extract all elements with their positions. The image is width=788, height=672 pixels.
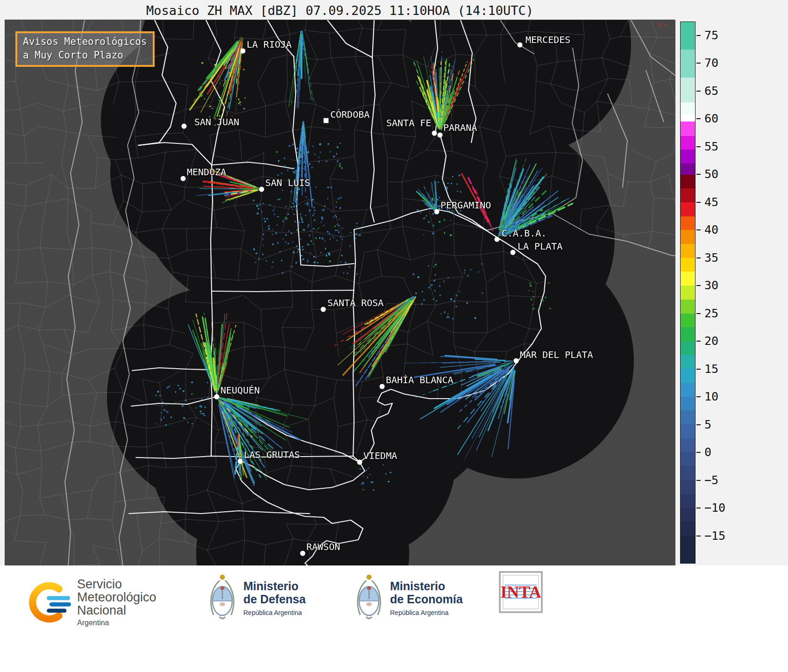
smn-logo-block: Servicio Meteorológico Nacional Argentin… (26, 578, 156, 627)
smn-name-line: Servicio (77, 578, 156, 591)
colorbar-tick-label: 65 (704, 84, 718, 98)
colorbar-tick-label: 50 (704, 167, 718, 181)
colorbar-tick-mark (696, 202, 701, 203)
colorbar-tick-mark (696, 63, 701, 64)
colorbar-tick-mark (696, 452, 701, 453)
colorbar-tick-label: 70 (704, 56, 718, 70)
footer: Servicio Meteorológico Nacional Argentin… (0, 565, 788, 672)
colorbar-tick-label: 30 (704, 279, 718, 293)
colorbar-tick-mark (696, 341, 701, 342)
ministry-name-line: Ministerio (243, 579, 305, 593)
colorbar-tick-mark (696, 285, 701, 286)
warning-badge-line2: a Muy Corto Plazo (23, 49, 147, 62)
colorbar-tick-label: 10 (704, 390, 718, 404)
ministerio-defensa-block: Ministerio de Defensa República Argentin… (208, 573, 305, 622)
colorbar-tick-mark (696, 536, 701, 536)
colorbar-tick-label: 20 (704, 334, 718, 348)
colorbar-tick-label: 25 (704, 307, 718, 321)
warning-badge: Avisos Meteorológicos a Muy Corto Plazo (15, 31, 155, 67)
map-area: Avisos Meteorológicos a Muy Corto Plazo … (5, 20, 675, 565)
ministry-name-line: de Defensa (243, 593, 305, 606)
ministry-sub-label: República Argentina (243, 609, 305, 616)
colorbar-tick-label: 60 (704, 112, 718, 126)
colorbar-tick-label: −5 (704, 473, 718, 487)
smn-logo-icon (26, 580, 71, 625)
colorbar-tick-label: 15 (704, 362, 718, 376)
colorbar-tick-label: −15 (704, 529, 725, 543)
inta-logo-icon: INTA (499, 571, 543, 613)
ministerio-defensa-text: Ministerio de Defensa República Argentin… (243, 579, 305, 616)
radar-mosaic-page: Mosaico ZH MAX [dBZ] 07.09.2025 11:10HOA… (0, 0, 788, 672)
warning-badge-line1: Avisos Meteorológicos (23, 35, 147, 49)
colorbar: 757065605550454035302520151050−5−10−15 (680, 21, 760, 565)
ministry-name-line: Ministerio (390, 579, 463, 593)
smn-name-line: Meteorológico (77, 591, 156, 604)
smn-name-line: Nacional (77, 604, 156, 617)
colorbar-tick-mark (696, 174, 701, 175)
ministerio-economia-text: Ministerio de Economía República Argenti… (390, 579, 463, 616)
coat-of-arms-icon (355, 573, 383, 622)
colorbar-tick-mark (696, 118, 701, 119)
colorbar-tick-mark (696, 146, 701, 147)
ministry-name-line: de Economía (390, 593, 463, 606)
colorbar-tick-mark (696, 424, 701, 425)
colorbar-tick-mark (696, 480, 701, 481)
colorbar-tick-mark (696, 229, 701, 230)
colorbar-tick-mark (696, 313, 701, 314)
colorbar-tick-label: 40 (704, 223, 718, 237)
product-title: Mosaico ZH MAX [dBZ] 07.09.2025 11:10HOA… (5, 3, 675, 18)
colorbar-tick-label: 45 (704, 195, 718, 209)
colorbar-tick-mark (696, 369, 701, 370)
ministerio-economia-block: Ministerio de Economía República Argenti… (355, 573, 463, 622)
smn-text: Servicio Meteorológico Nacional Argentin… (77, 578, 156, 627)
colorbar-tick-mark (696, 508, 701, 508)
colorbar-tick-mark (696, 257, 701, 258)
colorbar-tick-label: 35 (704, 251, 718, 265)
inta-logo-block: INTA (499, 571, 543, 613)
ministry-sub-label: República Argentina (390, 609, 463, 616)
colorbar-tick-label: 0 (704, 445, 711, 459)
colorbar-tick-mark (696, 91, 701, 92)
colorbar-tick-label: 5 (704, 418, 711, 432)
colorbar-tick-mark (696, 35, 701, 36)
smn-country-label: Argentina (77, 619, 156, 627)
coat-of-arms-icon (208, 573, 236, 622)
colorbar-tick-mark (696, 396, 701, 397)
colorbar-ticks: 757065605550454035302520151050−5−10−15 (680, 21, 760, 564)
colorbar-tick-label: 75 (704, 29, 718, 43)
radar-map-canvas (5, 20, 675, 566)
inta-logo-text: INTA (500, 583, 541, 601)
colorbar-tick-label: 55 (704, 140, 718, 154)
colorbar-tick-label: −10 (704, 501, 725, 515)
